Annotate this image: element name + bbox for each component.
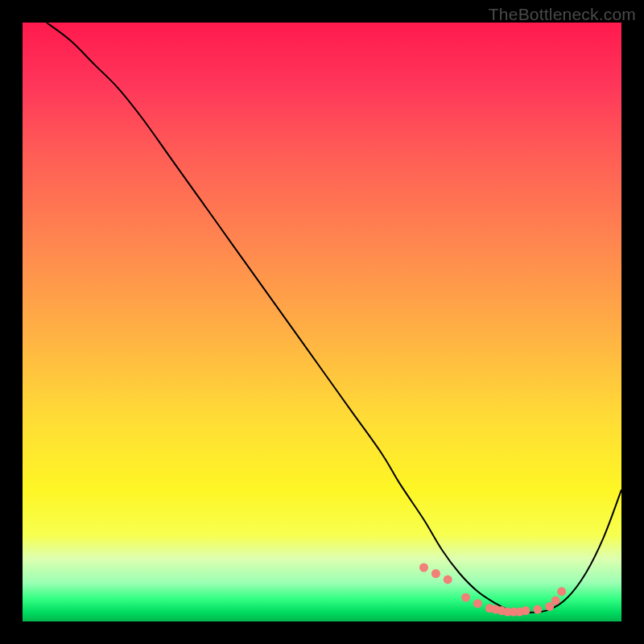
marker-layer	[419, 564, 566, 617]
curve-marker	[522, 606, 530, 615]
curve-marker	[473, 599, 482, 608]
chart-svg	[23, 23, 621, 621]
curve-marker	[444, 575, 452, 584]
curve-marker	[461, 593, 470, 602]
curve-marker	[557, 587, 566, 596]
bottleneck-curve	[47, 23, 621, 613]
curve-marker	[533, 605, 542, 614]
outer-frame: TheBottleneck.com	[0, 0, 644, 644]
curve-layer	[47, 23, 621, 613]
curve-marker	[431, 569, 440, 578]
plot-area	[23, 23, 621, 621]
watermark-text: TheBottleneck.com	[489, 5, 636, 24]
curve-marker	[419, 564, 428, 572]
curve-marker	[551, 597, 560, 605]
